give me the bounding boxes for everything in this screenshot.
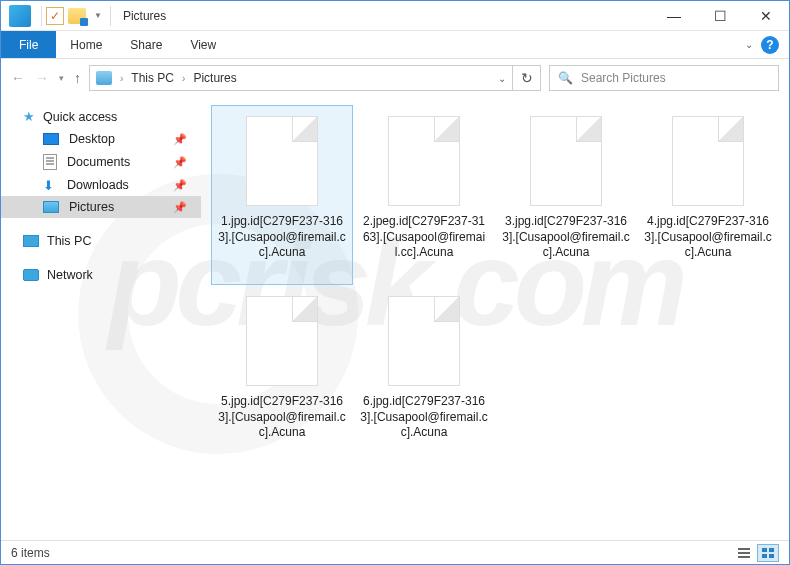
svg-rect-2: [738, 556, 750, 558]
file-item[interactable]: 6.jpg.id[C279F237-3163].[Cusapool@firema…: [353, 285, 495, 465]
file-icon: [672, 116, 744, 206]
icons-view-button[interactable]: [757, 544, 779, 562]
search-icon: 🔍: [558, 71, 573, 85]
breadcrumb-item[interactable]: This PC: [131, 71, 174, 85]
forward-button[interactable]: →: [35, 70, 49, 86]
breadcrumb[interactable]: › This PC › Pictures ⌄: [89, 65, 513, 91]
ribbon-tabs: File Home Share View ⌄ ?: [1, 31, 789, 59]
sidebar-item-label: Documents: [67, 155, 130, 169]
desktop-icon: [43, 133, 59, 145]
pictures-icon: [43, 201, 59, 213]
file-name: 5.jpg.id[C279F237-3163].[Cusapool@firema…: [218, 394, 346, 441]
pin-icon: 📌: [173, 179, 187, 192]
file-name: 2.jpeg.id[C279F237-3163].[Cusapool@firem…: [360, 214, 488, 261]
sidebar-item-desktop[interactable]: Desktop 📌: [1, 128, 201, 150]
breadcrumb-item[interactable]: Pictures: [193, 71, 236, 85]
svg-rect-6: [769, 554, 774, 558]
sidebar-item-label: Desktop: [69, 132, 115, 146]
tab-view[interactable]: View: [176, 31, 230, 58]
file-icon: [388, 116, 460, 206]
refresh-button[interactable]: ↻: [513, 65, 541, 91]
qat-dropdown-icon[interactable]: ▼: [90, 11, 106, 20]
properties-icon[interactable]: ✓: [46, 7, 64, 25]
downloads-icon: ⬇: [43, 178, 57, 192]
svg-rect-0: [738, 548, 750, 550]
quick-access-group[interactable]: ★ Quick access: [1, 105, 201, 128]
help-icon[interactable]: ?: [761, 36, 779, 54]
close-button[interactable]: ✕: [743, 1, 789, 31]
file-icon: [246, 296, 318, 386]
documents-icon: [43, 154, 57, 170]
file-item[interactable]: 3.jpg.id[C279F237-3163].[Cusapool@firema…: [495, 105, 637, 285]
minimize-button[interactable]: —: [651, 1, 697, 31]
chevron-right-icon[interactable]: ›: [118, 73, 125, 84]
up-button[interactable]: ↑: [74, 70, 81, 86]
sidebar-item-downloads[interactable]: ⬇ Downloads 📌: [1, 174, 201, 196]
chevron-right-icon[interactable]: ›: [180, 73, 187, 84]
sidebar-item-label: Pictures: [69, 200, 114, 214]
file-name: 3.jpg.id[C279F237-3163].[Cusapool@firema…: [502, 214, 630, 261]
pictures-icon: [96, 71, 112, 85]
details-view-button[interactable]: [733, 544, 755, 562]
star-icon: ★: [23, 109, 35, 124]
file-icon: [246, 116, 318, 206]
back-button[interactable]: ←: [11, 70, 25, 86]
address-bar: ← → ▾ ↑ › This PC › Pictures ⌄ ↻ 🔍 Searc…: [1, 59, 789, 97]
content-area: ★ Quick access Desktop 📌 Documents 📌 ⬇ D…: [1, 97, 789, 540]
file-name: 6.jpg.id[C279F237-3163].[Cusapool@firema…: [360, 394, 488, 441]
pin-icon: 📌: [173, 156, 187, 169]
file-tab[interactable]: File: [1, 31, 56, 58]
item-count: 6 items: [11, 546, 50, 560]
quick-access-toolbar: ✓ ▼: [46, 7, 106, 25]
file-name: 1.jpg.id[C279F237-3163].[Cusapool@firema…: [218, 214, 346, 261]
window-controls: — ☐ ✕: [651, 1, 789, 31]
svg-rect-4: [769, 548, 774, 552]
this-pc-icon: [23, 235, 39, 247]
title-bar: ✓ ▼ Pictures — ☐ ✕: [1, 1, 789, 31]
expand-ribbon-icon[interactable]: ⌄: [745, 39, 753, 50]
sidebar-item-this-pc[interactable]: This PC: [1, 228, 201, 252]
maximize-button[interactable]: ☐: [697, 1, 743, 31]
explorer-icon: [9, 5, 31, 27]
svg-rect-3: [762, 548, 767, 552]
sidebar-item-pictures[interactable]: Pictures 📌: [1, 196, 201, 218]
file-item[interactable]: 5.jpg.id[C279F237-3163].[Cusapool@firema…: [211, 285, 353, 465]
recent-dropdown-icon[interactable]: ▾: [59, 73, 64, 83]
svg-rect-1: [738, 552, 750, 554]
file-icon: [530, 116, 602, 206]
sidebar-item-label: Downloads: [67, 178, 129, 192]
pin-icon: 📌: [173, 201, 187, 214]
svg-rect-5: [762, 554, 767, 558]
file-item[interactable]: 1.jpg.id[C279F237-3163].[Cusapool@firema…: [211, 105, 353, 285]
separator: [110, 6, 111, 26]
separator: [41, 6, 42, 26]
file-item[interactable]: 4.jpg.id[C279F237-3163].[Cusapool@firema…: [637, 105, 779, 285]
file-icon: [388, 296, 460, 386]
new-folder-icon[interactable]: [68, 8, 86, 24]
status-bar: 6 items: [1, 540, 789, 564]
sidebar-item-network[interactable]: Network: [1, 262, 201, 286]
tab-home[interactable]: Home: [56, 31, 116, 58]
file-list[interactable]: 1.jpg.id[C279F237-3163].[Cusapool@firema…: [201, 97, 789, 540]
quick-access-label: Quick access: [43, 110, 117, 124]
sidebar-item-label: This PC: [47, 234, 91, 248]
file-item[interactable]: 2.jpeg.id[C279F237-3163].[Cusapool@firem…: [353, 105, 495, 285]
file-name: 4.jpg.id[C279F237-3163].[Cusapool@firema…: [644, 214, 772, 261]
sidebar-item-documents[interactable]: Documents 📌: [1, 150, 201, 174]
tab-share[interactable]: Share: [116, 31, 176, 58]
window-title: Pictures: [123, 9, 166, 23]
sidebar-item-label: Network: [47, 268, 93, 282]
network-icon: [23, 269, 39, 281]
search-input[interactable]: 🔍 Search Pictures: [549, 65, 779, 91]
navigation-pane: ★ Quick access Desktop 📌 Documents 📌 ⬇ D…: [1, 97, 201, 540]
pin-icon: 📌: [173, 133, 187, 146]
search-placeholder: Search Pictures: [581, 71, 666, 85]
address-dropdown-icon[interactable]: ⌄: [498, 73, 506, 84]
